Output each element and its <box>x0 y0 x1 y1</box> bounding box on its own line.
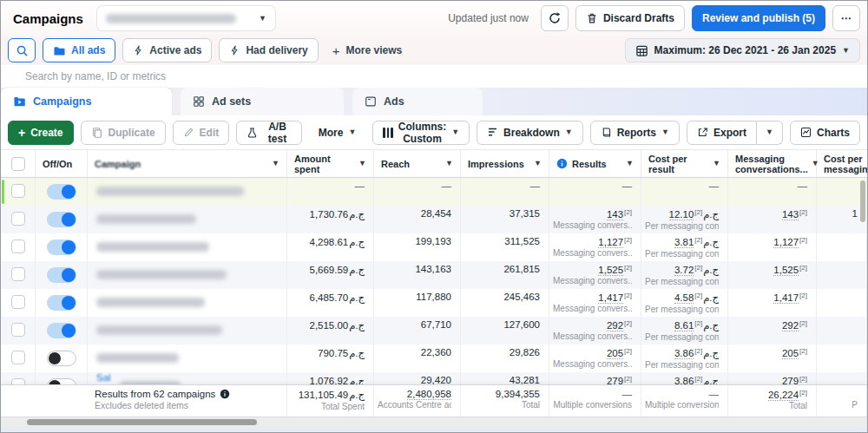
date-range-selector[interactable]: Maximum: 26 Dec 2021 - 26 Jan 2025 ▼ <box>625 38 860 62</box>
row-toggle[interactable] <box>47 295 76 311</box>
row-toggle[interactable] <box>47 239 76 255</box>
duplicate-label: Duplicate <box>108 127 155 139</box>
campaign-row[interactable]: 790.75ج.م22,36029,826205[2]Messaging con… <box>1 344 867 372</box>
filter-had-delivery[interactable]: Had delivery <box>219 38 318 62</box>
cell-reach: 199,193 <box>374 233 461 261</box>
cell-toggle <box>36 178 88 206</box>
cell-results: 205[2]Messaging convers... <box>549 344 641 372</box>
col-header-messaging-conversations[interactable]: Messaging conversations... ▼ <box>728 150 817 177</box>
cell-campaign[interactable] <box>88 289 287 317</box>
cell-messaging: — <box>728 178 817 206</box>
vertical-scrollbar-thumb[interactable] <box>860 180 865 222</box>
chevron-down-icon[interactable]: ▼ <box>355 160 366 167</box>
row-checkbox[interactable] <box>11 267 25 281</box>
row-checkbox[interactable] <box>11 323 25 337</box>
row-toggle[interactable] <box>47 351 76 366</box>
row-checkbox[interactable] <box>11 351 25 364</box>
row-checkbox[interactable] <box>11 184 25 198</box>
chevron-down-icon[interactable]: ▼ <box>709 160 720 167</box>
columns-button[interactable]: Columns: Custom ▼ <box>372 121 470 145</box>
export-button[interactable]: Export <box>687 121 757 145</box>
footer-total-results: — Multiple conversions <box>549 385 641 417</box>
cell-toggle <box>36 372 88 384</box>
col-header-campaign[interactable]: Campaign ▼ <box>88 150 287 177</box>
cell-reach: — <box>374 178 461 206</box>
cell-impressions: 37,315 <box>461 206 549 233</box>
cell-campaign[interactable] <box>88 344 287 372</box>
more-views-label: More views <box>346 44 403 56</box>
date-range-label: Maximum: 26 Dec 2021 - 26 Jan 2025 <box>654 44 836 56</box>
reports-button[interactable]: Reports ▼ <box>590 121 680 145</box>
row-checkbox[interactable] <box>11 212 25 226</box>
row-checkbox[interactable] <box>11 295 25 309</box>
cell-messaging: 1,525[2] <box>728 261 817 289</box>
chevron-down-icon[interactable]: ▼ <box>442 160 453 167</box>
horizontal-scrollbar-thumb[interactable] <box>27 419 257 425</box>
cell-impressions: 43,281 <box>461 372 549 384</box>
tab-ads[interactable]: Ads <box>352 88 483 115</box>
col-header-results[interactable]: Results ▼ <box>549 150 641 177</box>
tab-campaigns[interactable]: Campaigns <box>1 88 172 115</box>
duplicate-button[interactable]: Duplicate <box>81 121 166 145</box>
row-toggle[interactable] <box>47 212 76 227</box>
breakdown-button[interactable]: Breakdown ▼ <box>477 121 583 145</box>
create-button[interactable]: + Create <box>8 121 74 145</box>
grid-icon <box>193 95 205 108</box>
chevron-down-icon[interactable]: ▼ <box>268 160 279 167</box>
export-options-button[interactable]: ▼ <box>757 121 783 145</box>
select-all-checkbox[interactable] <box>11 157 25 171</box>
cell-campaign[interactable] <box>88 317 287 344</box>
col-header-cost-per-result[interactable]: Cost per result ▼ <box>641 150 728 177</box>
discard-drafts-button[interactable]: Discard Drafts <box>575 5 685 31</box>
ab-test-button[interactable]: A/B test <box>236 121 302 145</box>
copy-icon <box>91 127 103 139</box>
info-icon[interactable] <box>556 158 568 169</box>
chevron-down-icon[interactable]: ▼ <box>622 160 634 167</box>
cell-select <box>1 289 36 317</box>
cell-campaign[interactable] <box>88 233 287 261</box>
search-row <box>1 65 867 88</box>
info-icon[interactable] <box>220 389 230 399</box>
cell-reach: 28,454 <box>374 206 461 233</box>
cell-messaging: 292[2] <box>728 317 817 344</box>
campaign-row[interactable]: 1,730.76ج.م28,45437,315143[2]Messaging c… <box>1 206 867 233</box>
col-header-reach[interactable]: Reach ▼ <box>374 150 461 177</box>
edit-button[interactable]: Edit <box>173 121 230 145</box>
more-options-button[interactable]: ⋯ <box>832 5 860 31</box>
charts-button[interactable]: Charts <box>790 121 860 145</box>
row-checkbox[interactable] <box>11 239 25 253</box>
account-selector[interactable]: ▼ <box>97 6 275 30</box>
chevron-down-icon[interactable]: ▼ <box>530 160 542 167</box>
cell-campaign[interactable]: Sal <box>88 372 287 384</box>
filter-active-ads[interactable]: Active ads <box>122 38 212 62</box>
row-checkbox[interactable] <box>11 378 25 384</box>
col-header-cost-per-messaging[interactable]: Cost per messaging <box>817 150 867 177</box>
tab-ad-sets[interactable]: Ad sets <box>181 88 344 115</box>
row-toggle[interactable] <box>47 184 76 200</box>
search-filter-button[interactable] <box>8 38 36 62</box>
refresh-button[interactable] <box>541 5 569 31</box>
filter-all-ads[interactable]: All ads <box>43 38 115 62</box>
row-toggle[interactable] <box>47 267 76 283</box>
campaign-row[interactable]: 5,669.59ج.م143,163261,8151,525[2]Messagi… <box>1 261 867 289</box>
row-toggle[interactable] <box>47 323 76 338</box>
col-header-impressions[interactable]: Impressions ▼ <box>461 150 549 177</box>
horizontal-scrollbar[interactable] <box>1 417 867 427</box>
campaign-row[interactable]: 6,485.70ج.م117,880245,4631,417[2]Messagi… <box>1 289 867 317</box>
campaign-row[interactable]: 2,515.00ج.م67,710127,600292[2]Messaging … <box>1 317 867 344</box>
row-toggle[interactable] <box>47 378 76 384</box>
export-label: Export <box>713 127 746 139</box>
col-header-amount-spent[interactable]: Amount spent ▼ <box>287 150 374 177</box>
cell-campaign[interactable] <box>88 206 287 233</box>
cell-campaign[interactable] <box>88 261 287 289</box>
search-input[interactable] <box>1 65 867 88</box>
campaign-row[interactable]: —————— <box>1 178 867 206</box>
more-views-button[interactable]: + More views <box>326 43 409 58</box>
cell-campaign[interactable] <box>88 178 287 206</box>
review-publish-button[interactable]: Review and publish (5) <box>692 5 825 31</box>
cell-toggle <box>36 206 88 233</box>
more-label: More <box>319 127 344 139</box>
campaign-row[interactable]: 4,298.61ج.م199,193311,5251,127[2]Messagi… <box>1 233 867 261</box>
campaign-row[interactable]: Sal1,076.92ج.م29,42043,281279[2]Messagin… <box>1 372 867 384</box>
more-button[interactable]: More ▼ <box>309 121 366 145</box>
